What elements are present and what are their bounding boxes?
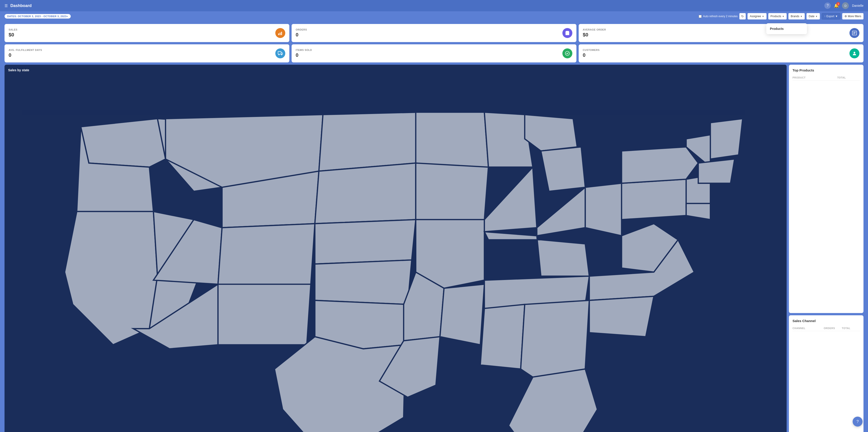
fulfillment-icon (275, 49, 285, 58)
svg-marker-57 (698, 159, 735, 183)
svg-marker-45 (508, 369, 597, 432)
right-panels: Top Products PRODUCT TOTAL Sales Channel… (789, 65, 864, 432)
products-arrow-icon: ▼ (782, 15, 784, 18)
metric-info-average: AVERAGE ORDER $0 (583, 28, 606, 38)
items-sold-label: ITEMS SOLD (296, 49, 312, 51)
items-sold-icon (562, 49, 572, 58)
us-map-svg (8, 75, 783, 432)
top-products-rows (793, 81, 860, 98)
customers-icon (849, 49, 860, 58)
metric-card-average-order: AVERAGE ORDER $0 (579, 24, 864, 42)
refresh-button[interactable]: ↻ (739, 13, 746, 20)
svg-marker-15 (65, 211, 158, 345)
orders-value: 0 (296, 32, 307, 38)
svg-marker-44 (521, 300, 589, 377)
metric-info-fulfillment: AVG. FULFILLMENT DAYS 0 (8, 49, 42, 58)
user-avatar: D (842, 2, 849, 9)
auto-refresh-checkbox[interactable] (699, 15, 702, 18)
products-dropdown-title-item: Products (766, 25, 807, 32)
svg-marker-52 (622, 147, 698, 183)
upload-icon: ↑ (824, 15, 826, 18)
fulfillment-value: 0 (8, 52, 42, 58)
metric-info-orders: ORDERS 0 (296, 28, 307, 38)
main-content: SALES $0 ORDERS 0 AVERAGE ORDER $0 (0, 21, 868, 432)
assignee-filter[interactable]: Assignee ▼ (747, 13, 766, 20)
export-button[interactable]: ↑ Export ▼ (822, 13, 840, 20)
svg-point-10 (281, 54, 282, 55)
svg-marker-41 (440, 284, 484, 345)
svg-marker-34 (485, 167, 537, 232)
help-fab-icon: ? (857, 419, 859, 424)
svg-marker-36 (541, 147, 585, 191)
brands-arrow-icon: ▼ (800, 15, 802, 18)
bottom-section: Sales by state (4, 65, 864, 432)
orders-col-header: ORDERS (824, 327, 842, 329)
svg-marker-50 (589, 296, 654, 337)
header-right: ? 🔔 1 D Danielle (825, 2, 864, 9)
header-left: ☰ Dashboard (4, 3, 32, 8)
svg-marker-56 (710, 119, 743, 159)
sales-channel-title: Sales Channel (793, 319, 860, 323)
svg-marker-31 (416, 163, 488, 220)
metric-info-sales: SALES $0 (8, 28, 18, 38)
date-range-badge[interactable]: DATES: OCTOBER 3, 2023 - OCTOBER 3, 2023… (4, 14, 71, 19)
svg-marker-35 (525, 115, 577, 151)
customers-label: CUSTOMERS (583, 49, 600, 51)
products-filter[interactable]: Products ▼ (768, 13, 786, 20)
average-order-value: $0 (583, 32, 606, 38)
date-filter[interactable]: Date ▼ (807, 13, 820, 20)
map-panel: Sales by state (4, 65, 786, 432)
orders-icon (562, 28, 572, 38)
toolbar-right: Auto refresh every 2 minutes ↻ Assignee … (699, 13, 864, 20)
help-fab-button[interactable]: ? (852, 416, 863, 427)
help-icon-header[interactable]: ? (825, 2, 831, 9)
date-arrow-icon: ▼ (815, 15, 817, 18)
sales-channel-panel: Sales Channel CHANNEL ORDERS TOTAL (789, 315, 864, 432)
top-products-title: Top Products (793, 68, 860, 72)
sales-channel-header: CHANNEL ORDERS TOTAL (793, 325, 860, 331)
svg-marker-27 (315, 260, 412, 304)
svg-marker-43 (480, 305, 525, 369)
products-dropdown: Products (766, 23, 807, 34)
svg-marker-37 (537, 187, 585, 236)
metric-info-items: ITEMS SOLD 0 (296, 49, 312, 58)
sales-icon (275, 28, 285, 38)
fulfillment-label: AVG. FULFILLMENT DAYS (8, 49, 42, 51)
svg-rect-1 (280, 33, 281, 35)
assignee-arrow-icon: ▼ (762, 15, 764, 18)
auto-refresh-label: Auto refresh every 2 minutes (699, 15, 738, 18)
brands-filter[interactable]: Brands ▼ (788, 13, 805, 20)
metric-card-fulfillment: AVG. FULFILLMENT DAYS 0 (4, 44, 289, 62)
more-filters-button[interactable]: ⚙ More filters (842, 13, 864, 20)
metric-card-customers: CUSTOMERS 0 (579, 44, 864, 62)
average-order-label: AVERAGE ORDER (583, 28, 606, 31)
username-label[interactable]: Danielle (852, 4, 864, 7)
metric-card-items-sold: ITEMS SOLD 0 (291, 44, 577, 62)
orders-label: ORDERS (296, 28, 307, 31)
average-order-icon (849, 28, 860, 38)
svg-marker-30 (416, 112, 488, 171)
svg-marker-38 (585, 183, 622, 236)
notification-icon[interactable]: 🔔 1 (834, 3, 839, 8)
metric-grid-row1: SALES $0 ORDERS 0 AVERAGE ORDER $0 (4, 24, 864, 42)
notification-badge: 1 (836, 2, 840, 6)
customers-value: 0 (583, 52, 600, 58)
svg-marker-54 (686, 203, 710, 220)
svg-marker-25 (315, 163, 416, 224)
svg-point-12 (854, 52, 855, 53)
svg-marker-13 (81, 119, 165, 167)
top-products-panel: Top Products PRODUCT TOTAL (789, 65, 864, 313)
items-sold-value: 0 (296, 52, 312, 58)
product-col-header: PRODUCT (793, 76, 837, 79)
svg-rect-2 (281, 32, 282, 35)
export-arrow-icon: ▼ (835, 15, 838, 18)
header: ☰ Dashboard ? 🔔 1 D Danielle (0, 0, 868, 11)
svg-marker-46 (485, 232, 589, 276)
top-products-header: PRODUCT TOTAL (793, 75, 860, 81)
svg-marker-22 (218, 224, 315, 284)
svg-marker-23 (218, 284, 311, 345)
menu-icon[interactable]: ☰ (4, 4, 8, 8)
total-col-header: TOTAL (837, 76, 860, 79)
total-sc-col-header: TOTAL (842, 327, 860, 329)
svg-point-9 (278, 54, 280, 55)
